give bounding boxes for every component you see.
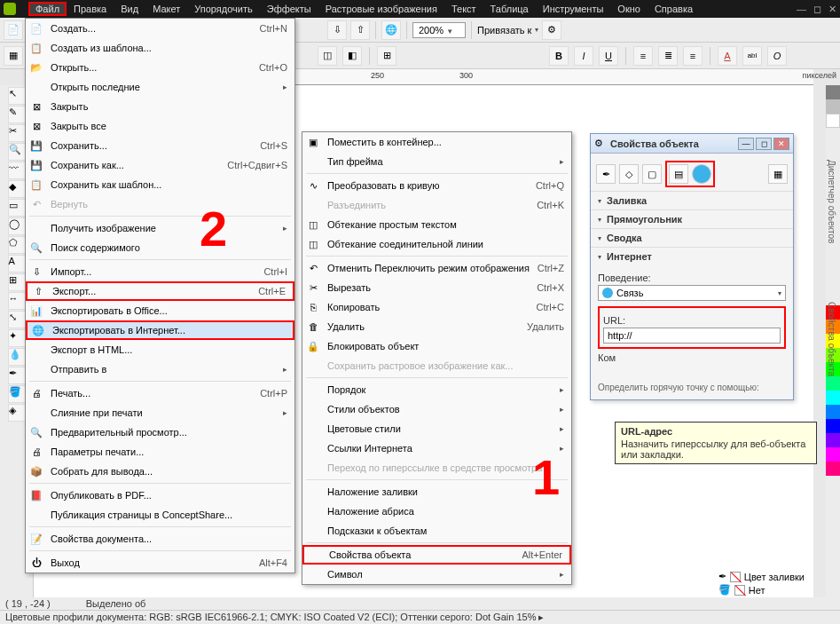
text-icon[interactable]: A bbox=[718, 46, 737, 66]
ctx-obj-props[interactable]: Свойства объектаAlt+Enter bbox=[302, 545, 571, 565]
menu-item-export-html[interactable]: Экспорт в HTML... bbox=[26, 340, 294, 359]
menu-arrange[interactable]: Упорядочить bbox=[187, 2, 259, 16]
menu-item-save-template[interactable]: 📋Сохранить как шаблон... bbox=[26, 175, 294, 194]
new-doc-icon[interactable]: 📄 bbox=[4, 20, 23, 40]
menu-table[interactable]: Таблица bbox=[483, 2, 536, 16]
tab-summary[interactable]: ▤ bbox=[669, 164, 688, 184]
ctx-hints[interactable]: Подсказки к объектам bbox=[302, 521, 571, 541]
minimize-icon[interactable]: — bbox=[797, 4, 806, 15]
effects-tool-icon[interactable]: ✦ bbox=[8, 329, 26, 347]
fill-tool-icon[interactable]: 🪣 bbox=[8, 385, 26, 403]
menu-item-conceptshare[interactable]: Публикация страницы в ConceptShare... bbox=[26, 505, 294, 525]
menu-tools[interactable]: Инструменты bbox=[536, 2, 611, 16]
ctx-wrap-text[interactable]: ◫Обтекание простым текстом bbox=[302, 215, 571, 234]
rectangle-tool-icon[interactable]: ▭ bbox=[8, 199, 26, 217]
menu-item-close-all[interactable]: ⊠Закрыть все bbox=[26, 116, 294, 136]
crop-tool-icon[interactable]: ✂ bbox=[8, 124, 26, 142]
options-icon[interactable]: ⚙ bbox=[542, 20, 561, 40]
swatch[interactable] bbox=[826, 85, 840, 99]
section-summary[interactable]: ▾Сводка bbox=[591, 228, 793, 247]
shape-tool-icon[interactable]: ✎ bbox=[8, 106, 26, 123]
ctx-color-styles[interactable]: Цветовые стили▸ bbox=[302, 419, 571, 438]
ctx-delete[interactable]: 🗑УдалитьУдалить bbox=[302, 317, 571, 336]
distribute-icon[interactable]: ◧ bbox=[342, 46, 362, 66]
export-icon[interactable]: ⇧ bbox=[350, 20, 370, 40]
menu-item-send[interactable]: Отправить в▸ bbox=[26, 359, 294, 379]
menu-help[interactable]: Справка bbox=[648, 2, 700, 16]
zoom-combo[interactable]: 200% ▼ bbox=[412, 22, 466, 38]
align-center-icon[interactable]: ≣ bbox=[658, 46, 678, 66]
swatch[interactable] bbox=[826, 391, 840, 405]
docker-tab-object-manager[interactable]: Диспетчер объектов bbox=[827, 160, 836, 243]
menu-item-import[interactable]: ⇩Импорт...Ctrl+I bbox=[26, 262, 294, 281]
menu-item-print-params[interactable]: 🖨Параметры печати... bbox=[26, 442, 294, 462]
tab-internet[interactable] bbox=[692, 164, 711, 184]
url-input[interactable] bbox=[603, 328, 781, 344]
ctx-inet-links[interactable]: Ссылки Интернета▸ bbox=[302, 438, 571, 458]
menu-item-close[interactable]: ⊠Закрыть bbox=[26, 97, 294, 116]
table-tool-icon[interactable]: ⊞ bbox=[8, 273, 26, 291]
menu-item-export-office[interactable]: 📊Экспортировать в Office... bbox=[26, 301, 294, 320]
menu-item-acquire[interactable]: Получить изображение▸ bbox=[26, 218, 294, 238]
swatch[interactable] bbox=[826, 405, 840, 419]
menu-item-print-merge[interactable]: Слияние при печати▸ bbox=[26, 403, 294, 423]
ctx-undo[interactable]: ↶Отменить Переключить режим отображенияC… bbox=[302, 258, 571, 278]
ctx-order[interactable]: Порядок▸ bbox=[302, 380, 571, 399]
ctx-wrap-line[interactable]: ◫Обтекание соединительной линии bbox=[302, 234, 571, 254]
text-tool-icon[interactable]: A bbox=[8, 255, 26, 273]
menu-item-open[interactable]: 📂Открыть...Ctrl+O bbox=[26, 58, 294, 77]
import-icon[interactable]: ⇩ bbox=[327, 20, 347, 40]
menu-text[interactable]: Текст bbox=[444, 2, 483, 16]
close-icon[interactable]: ✕ bbox=[828, 4, 836, 15]
menu-item-export-web[interactable]: 🌐Экспортировать в Интернет... bbox=[26, 320, 294, 340]
bold-button[interactable]: B bbox=[549, 46, 569, 66]
menu-item-create[interactable]: 📄Создать...Ctrl+N bbox=[26, 19, 294, 38]
connector-tool-icon[interactable]: ⤡ bbox=[8, 311, 26, 328]
menu-layout[interactable]: Макет bbox=[145, 2, 187, 16]
pick-tool-icon[interactable]: ↖ bbox=[8, 87, 26, 105]
ctx-copy[interactable]: ⎘КопироватьCtrl+C bbox=[302, 297, 571, 317]
menu-item-collect[interactable]: 📦Собрать для вывода... bbox=[26, 462, 294, 481]
ctx-obj-styles[interactable]: Стили объектов▸ bbox=[302, 399, 571, 419]
align-icon[interactable]: ◫ bbox=[318, 46, 337, 66]
ellipse-tool-icon[interactable]: ◯ bbox=[8, 217, 26, 235]
menu-item-recent[interactable]: Открыть последние▸ bbox=[26, 77, 294, 97]
panel-close-icon[interactable]: ✕ bbox=[773, 138, 789, 150]
italic-button[interactable]: I bbox=[574, 46, 593, 66]
panel-minimize-icon[interactable]: — bbox=[738, 138, 754, 150]
ctx-overprint-fill[interactable]: Наложение заливки bbox=[302, 482, 571, 502]
outline-tool-icon[interactable]: ✒ bbox=[8, 367, 26, 384]
menu-bitmaps[interactable]: Растровые изображения bbox=[318, 2, 444, 16]
menu-effects[interactable]: Эффекты bbox=[260, 2, 318, 16]
swatch[interactable] bbox=[826, 462, 840, 476]
section-fill[interactable]: ▾Заливка bbox=[591, 191, 793, 209]
menu-item-save-as[interactable]: 💾Сохранить как...Ctrl+Сдвиг+S bbox=[26, 155, 294, 175]
interactive-fill-icon[interactable]: ◈ bbox=[8, 404, 26, 422]
swatch[interactable] bbox=[826, 99, 840, 114]
behavior-combo[interactable]: Связь▾ bbox=[598, 285, 786, 301]
menu-item-print[interactable]: 🖨Печать...Ctrl+P bbox=[26, 383, 294, 403]
menu-view[interactable]: Вид bbox=[114, 2, 145, 16]
zoom-tool-icon[interactable]: 🔍 bbox=[8, 143, 26, 161]
underline-button[interactable]: U bbox=[599, 46, 618, 66]
menu-item-publish-pdf[interactable]: 📕Опубликовать в PDF... bbox=[26, 486, 294, 505]
ctx-lock[interactable]: 🔒Блокировать объект bbox=[302, 336, 571, 356]
ctx-overprint-outline[interactable]: Наложение абриса bbox=[302, 502, 571, 521]
grid-icon[interactable]: ▦ bbox=[4, 46, 23, 66]
no-outline-icon[interactable] bbox=[734, 585, 745, 596]
freehand-tool-icon[interactable]: 〰 bbox=[8, 162, 26, 179]
menu-item-create-template[interactable]: 📋Создать из шаблона... bbox=[26, 38, 294, 58]
o-icon[interactable]: O bbox=[767, 46, 787, 66]
publish-icon[interactable]: 🌐 bbox=[381, 20, 401, 40]
abl-icon[interactable]: abl bbox=[742, 46, 762, 66]
swatch[interactable] bbox=[826, 433, 840, 447]
menu-item-search-content[interactable]: 🔍Поиск содержимого bbox=[26, 238, 294, 257]
swatch[interactable] bbox=[826, 114, 840, 128]
menu-item-print-preview[interactable]: 🔍Предварительный просмотр... bbox=[26, 423, 294, 442]
menu-item-save[interactable]: 💾Сохранить...Ctrl+S bbox=[26, 136, 294, 155]
polygon-tool-icon[interactable]: ⬠ bbox=[8, 236, 26, 254]
align-left-icon[interactable]: ≡ bbox=[633, 46, 653, 66]
panel-maximize-icon[interactable]: ◻ bbox=[756, 138, 772, 150]
snap-dropdown[interactable]: ▾ bbox=[535, 26, 538, 34]
menu-item-exit[interactable]: ⏻ВыходAlt+F4 bbox=[26, 553, 294, 573]
